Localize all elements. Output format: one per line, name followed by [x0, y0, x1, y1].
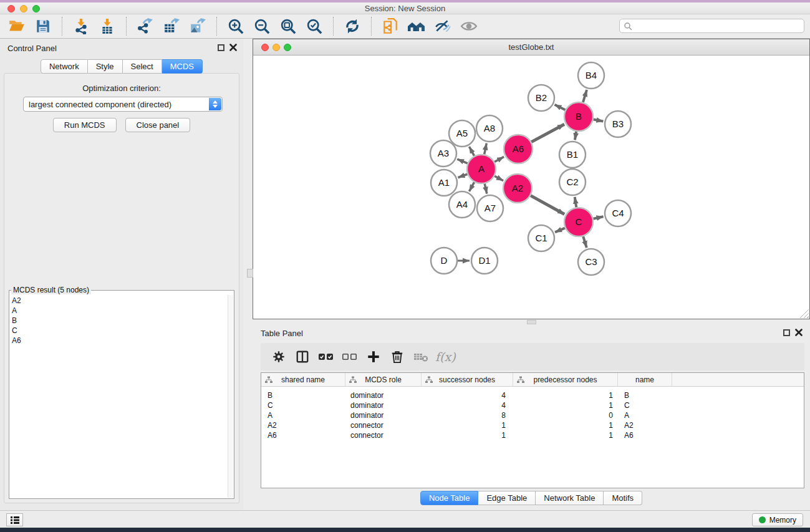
mcds-result-item[interactable]: A2: [12, 296, 224, 306]
graph-node-A1[interactable]: A1: [431, 170, 457, 196]
node-table[interactable]: shared nameMCDS rolesuccessor nodesprede…: [261, 372, 804, 488]
edge-C-C2[interactable]: [575, 197, 577, 208]
table-row[interactable]: Bdominator41B: [261, 390, 804, 400]
table-cell[interactable]: connector: [345, 430, 422, 440]
edge-C-C4[interactable]: [593, 216, 603, 219]
add-column-icon[interactable]: [362, 346, 385, 368]
close-panel-button[interactable]: Close panel: [125, 118, 191, 132]
first-neighbors-icon[interactable]: [403, 16, 430, 37]
table-cell[interactable]: A2: [261, 420, 345, 430]
graph-node-A4[interactable]: A4: [449, 191, 475, 218]
export-table-icon[interactable]: [158, 16, 185, 37]
float-panel-icon[interactable]: [218, 44, 224, 51]
graph-node-D[interactable]: D: [431, 248, 457, 274]
export-network-icon[interactable]: [132, 16, 158, 37]
table-cell[interactable]: A: [618, 410, 672, 420]
table-options-gear-icon[interactable]: [267, 346, 291, 368]
edge-B-B1[interactable]: [575, 132, 576, 140]
task-history-button[interactable]: [6, 513, 23, 526]
graph-node-A5[interactable]: A5: [449, 120, 475, 147]
column-header-mcds-role[interactable]: MCDS role: [345, 373, 422, 386]
edge-B-B4[interactable]: [583, 90, 587, 102]
edge-B-B3[interactable]: [594, 119, 604, 121]
graph-node-C2[interactable]: C2: [559, 169, 586, 195]
edge-C-C3[interactable]: [583, 236, 587, 248]
graph-node-B3[interactable]: B3: [605, 111, 631, 137]
table-cell[interactable]: 0: [513, 410, 618, 420]
delete-table-icon[interactable]: [409, 346, 433, 368]
column-header-predecessor-nodes[interactable]: predecessor nodes: [513, 373, 618, 386]
table-cell[interactable]: B: [618, 390, 672, 400]
network-canvas[interactable]: B4B2BB3A8A5A6A3B1AA1C2A2A4A7C4CC1C3DD1: [253, 56, 809, 319]
tab-network-table[interactable]: Network Table: [536, 491, 604, 505]
graph-node-A6[interactable]: A6: [504, 135, 533, 163]
network-graph[interactable]: B4B2BB3A8A5A6A3B1AA1C2A2A4A7C4CC1C3DD1: [253, 56, 809, 319]
table-cell[interactable]: A6: [618, 430, 672, 440]
table-cell[interactable]: 1: [513, 400, 618, 410]
float-table-panel-icon[interactable]: [783, 329, 790, 336]
column-header-successor-nodes[interactable]: successor nodes: [422, 373, 513, 386]
tab-mcds[interactable]: MCDS: [162, 59, 203, 74]
horizontal-splitter[interactable]: [253, 319, 810, 326]
table-row[interactable]: A2connector11A2: [261, 420, 804, 430]
memory-button[interactable]: Memory: [752, 513, 803, 526]
edge-C-C1[interactable]: [555, 228, 565, 233]
import-network-icon[interactable]: [68, 16, 94, 37]
table-cell[interactable]: 4: [422, 400, 513, 410]
table-cell[interactable]: dominator: [345, 410, 422, 420]
graph-node-B4[interactable]: B4: [578, 62, 604, 89]
graph-node-A7[interactable]: A7: [477, 195, 503, 221]
hide-selected-icon[interactable]: [430, 16, 456, 37]
table-cell[interactable]: 1: [513, 420, 618, 430]
edge-A-A3[interactable]: [457, 159, 468, 163]
mcds-result-list[interactable]: A2ABCA6: [9, 294, 227, 498]
graph-node-A8[interactable]: A8: [476, 115, 503, 142]
search-field[interactable]: [619, 19, 804, 33]
table-row[interactable]: Cdominator41C: [261, 400, 804, 410]
tab-network[interactable]: Network: [41, 59, 88, 74]
edge-B-B2[interactable]: [554, 105, 565, 110]
save-session-icon[interactable]: [30, 16, 56, 37]
table-cell[interactable]: A6: [261, 430, 345, 440]
edge-A-A1[interactable]: [458, 174, 468, 177]
table-cell[interactable]: 1: [513, 390, 618, 400]
graph-node-A[interactable]: A: [467, 155, 496, 183]
tab-select[interactable]: Select: [123, 59, 162, 74]
optimization-criterion-dropdown[interactable]: largest connected component (directed): [23, 97, 223, 112]
column-header-name[interactable]: name: [618, 373, 672, 386]
table-row[interactable]: A6connector11A6: [261, 430, 804, 440]
table-cell[interactable]: 1: [422, 420, 513, 430]
graph-node-A3[interactable]: A3: [430, 140, 456, 167]
table-cell[interactable]: dominator: [345, 390, 422, 400]
tab-motifs[interactable]: Motifs: [604, 491, 642, 505]
graph-node-A2[interactable]: A2: [503, 174, 532, 203]
tab-style[interactable]: Style: [88, 59, 123, 74]
deselect-all-checkboxes-icon[interactable]: [338, 346, 362, 368]
table-cell[interactable]: A: [261, 410, 345, 420]
import-table-icon[interactable]: [94, 16, 120, 37]
tab-node-table[interactable]: Node Table: [420, 491, 479, 505]
edge-A-A7[interactable]: [485, 183, 487, 193]
close-table-panel-icon[interactable]: [795, 329, 803, 336]
clone-network-icon[interactable]: [377, 16, 403, 37]
edge-A-A6[interactable]: [494, 157, 504, 162]
edge-A-A8[interactable]: [485, 143, 487, 155]
graph-node-C1[interactable]: C1: [528, 225, 554, 251]
network-window-titlebar[interactable]: testGlobe.txt: [253, 39, 809, 56]
table-cell[interactable]: A2: [618, 420, 672, 430]
graph-node-C3[interactable]: C3: [578, 249, 604, 275]
show-columns-icon[interactable]: [291, 346, 314, 368]
table-cell[interactable]: 1: [422, 430, 513, 440]
refresh-icon[interactable]: [339, 16, 365, 37]
delete-column-trash-icon[interactable]: [385, 346, 409, 368]
close-panel-icon[interactable]: [229, 44, 237, 51]
function-builder-icon[interactable]: f(x): [433, 346, 456, 368]
search-input[interactable]: [632, 21, 804, 31]
edge-A2-C[interactable]: [531, 196, 564, 215]
select-all-checkboxes-icon[interactable]: [314, 346, 338, 368]
mcds-result-item[interactable]: A: [12, 306, 224, 316]
graph-node-B1[interactable]: B1: [559, 142, 586, 168]
graph-node-C[interactable]: C: [564, 208, 593, 236]
edge-A6-B[interactable]: [531, 124, 564, 142]
table-row[interactable]: Adominator80A: [261, 410, 804, 420]
